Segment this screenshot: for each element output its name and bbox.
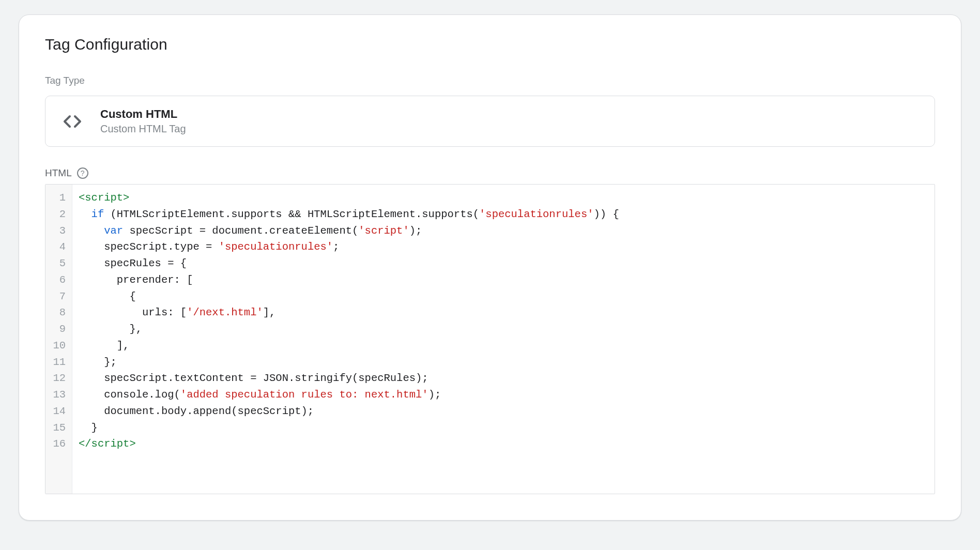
- panel-title: Tag Configuration: [45, 36, 935, 53]
- line-number: 14: [50, 403, 68, 420]
- line-number: 4: [50, 239, 68, 255]
- line-number: 7: [50, 288, 68, 305]
- html-code-editor[interactable]: 12345678910111213141516 <script> if (HTM…: [45, 184, 935, 494]
- code-line: };: [79, 354, 928, 371]
- code-brackets-icon: [60, 109, 85, 134]
- code-line: </script>: [79, 436, 928, 452]
- line-number: 15: [50, 420, 68, 436]
- line-number: 13: [50, 387, 68, 403]
- code-line: urls: ['/next.html'],: [79, 304, 928, 321]
- code-line: document.body.append(specScript);: [79, 403, 928, 420]
- line-number: 5: [50, 255, 68, 272]
- line-number: 9: [50, 321, 68, 338]
- code-line: var specScript = document.createElement(…: [79, 223, 928, 239]
- code-line: },: [79, 321, 928, 338]
- line-number: 11: [50, 354, 68, 371]
- line-number: 12: [50, 370, 68, 387]
- code-line: if (HTMLScriptElement.supports && HTMLSc…: [79, 206, 928, 223]
- tag-type-texts: Custom HTML Custom HTML Tag: [100, 108, 186, 135]
- code-line: }: [79, 420, 928, 436]
- tag-type-title: Custom HTML: [100, 108, 186, 121]
- tag-configuration-card: Tag Configuration Tag Type Custom HTML C…: [19, 14, 961, 521]
- tag-type-label: Tag Type: [45, 75, 935, 86]
- code-line: specRules = {: [79, 255, 928, 272]
- line-number: 10: [50, 338, 68, 354]
- code-line: <script>: [79, 190, 928, 206]
- line-number: 3: [50, 223, 68, 239]
- line-number: 2: [50, 206, 68, 223]
- help-icon[interactable]: ?: [77, 167, 88, 179]
- code-line: specScript.textContent = JSON.stringify(…: [79, 370, 928, 387]
- code-line: {: [79, 288, 928, 305]
- code-line: specScript.type = 'speculationrules';: [79, 239, 928, 255]
- line-number: 16: [50, 436, 68, 452]
- html-label: HTML: [45, 167, 72, 179]
- code-content[interactable]: <script> if (HTMLScriptElement.supports …: [72, 185, 935, 494]
- code-line: console.log('added speculation rules to:…: [79, 387, 928, 403]
- code-line: ],: [79, 338, 928, 354]
- line-number: 8: [50, 304, 68, 321]
- line-number: 1: [50, 190, 68, 206]
- html-field-header: HTML ?: [45, 167, 935, 179]
- code-line: prerender: [: [79, 272, 928, 288]
- line-number: 6: [50, 272, 68, 288]
- tag-type-selector[interactable]: Custom HTML Custom HTML Tag: [45, 96, 935, 147]
- tag-type-subtitle: Custom HTML Tag: [100, 123, 186, 135]
- line-number-gutter: 12345678910111213141516: [45, 185, 72, 494]
